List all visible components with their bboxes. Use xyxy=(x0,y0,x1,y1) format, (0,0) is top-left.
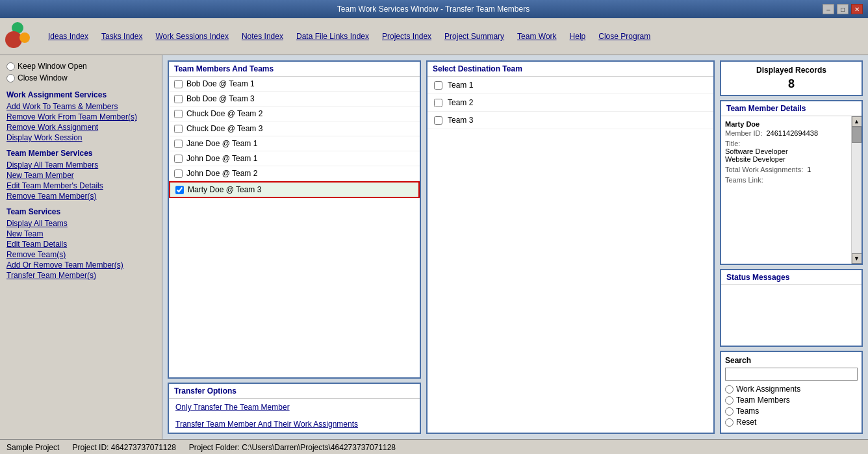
close-button[interactable]: ✕ xyxy=(851,4,863,14)
details-total-work-row: Total Work Assignments: 1 xyxy=(725,166,839,173)
sidebar-add-remove-team-members[interactable]: Add Or Remove Team Member(s) xyxy=(6,260,155,270)
sidebar-display-all-teams[interactable]: Display All Teams xyxy=(6,219,155,228)
member-checkbox[interactable] xyxy=(174,140,183,148)
member-checkbox[interactable] xyxy=(175,186,184,194)
app-logo xyxy=(5,21,36,52)
team-members-panel: Team Members And Teams Bob Doe @ Team 1 … xyxy=(168,60,421,434)
details-teams-link-row: Teams Link: xyxy=(725,176,839,184)
member-row-selected[interactable]: Marty Doe @ Team 3 xyxy=(169,181,420,198)
sidebar-add-work[interactable]: Add Work To Teams & Members xyxy=(6,102,155,111)
details-name: Marty Doe xyxy=(725,120,839,128)
search-teams-radio[interactable]: Teams xyxy=(725,407,858,416)
member-checkbox[interactable] xyxy=(174,170,183,178)
menu-project-summary[interactable]: Project Summary xyxy=(438,29,511,44)
menu-data-file-links-index[interactable]: Data File Links Index xyxy=(290,29,376,44)
status-messages-title: Status Messages xyxy=(721,270,862,285)
team-members-box: Team Members And Teams Bob Doe @ Team 1 … xyxy=(168,60,421,379)
status-project-name: Sample Project xyxy=(6,443,59,452)
member-label: Chuck Doe @ Team 2 xyxy=(186,109,262,118)
details-title-value-2: Website Developer xyxy=(725,155,785,163)
member-row[interactable]: Chuck Doe @ Team 3 xyxy=(169,121,420,136)
window-behavior-group: Keep Window Open Close Window xyxy=(6,62,155,82)
menu-help[interactable]: Help xyxy=(563,29,593,44)
menu-notes-index[interactable]: Notes Index xyxy=(235,29,290,44)
keep-window-open-radio[interactable]: Keep Window Open xyxy=(6,62,155,71)
menu-team-work[interactable]: Team Work xyxy=(511,29,563,44)
member-label: Chuck Doe @ Team 3 xyxy=(186,124,262,133)
sidebar-edit-team-details[interactable]: Edit Team Details xyxy=(6,240,155,249)
status-project-folder: Project Folder: C:\Users\Darren\Projects… xyxy=(189,443,396,452)
member-checkbox[interactable] xyxy=(174,80,183,88)
close-window-radio[interactable]: Close Window xyxy=(6,73,155,82)
scroll-up-button[interactable]: ▲ xyxy=(852,116,862,127)
menu-close-program[interactable]: Close Program xyxy=(592,29,657,44)
menu-ideas-index[interactable]: Ideas Index xyxy=(42,29,95,44)
content-panels: Team Members And Teams Bob Doe @ Team 1 … xyxy=(168,60,863,434)
minimize-button[interactable]: – xyxy=(823,4,834,14)
scroll-thumb[interactable] xyxy=(852,127,862,143)
search-input[interactable] xyxy=(725,368,858,381)
member-label: Bob Doe @ Team 1 xyxy=(186,79,255,88)
member-row[interactable]: Bob Doe @ Team 1 xyxy=(169,77,420,92)
details-member-id-value: 2461142694438 xyxy=(766,129,818,137)
status-messages-box: Status Messages xyxy=(720,269,863,347)
member-label: Jane Doe @ Team 1 xyxy=(186,139,257,148)
details-scrollbar[interactable]: ▲ ▼ xyxy=(851,116,862,264)
sidebar-remove-work-from-member[interactable]: Remove Work From Team Member(s) xyxy=(6,112,155,121)
member-row[interactable]: John Doe @ Team 1 xyxy=(169,151,420,166)
search-team-members-radio[interactable]: Team Members xyxy=(725,396,858,405)
team-label: Team 3 xyxy=(448,116,473,125)
sidebar-transfer-team-members[interactable]: Transfer Team Member(s) xyxy=(6,271,155,280)
member-checkbox[interactable] xyxy=(174,95,183,103)
member-label: John Doe @ Team 2 xyxy=(186,169,257,178)
details-title-label: Title: xyxy=(725,140,740,147)
member-checkbox[interactable] xyxy=(174,110,183,118)
sidebar-edit-team-member-details[interactable]: Edit Team Member's Details xyxy=(6,181,155,190)
team-member-details-title: Team Member Details xyxy=(721,101,862,116)
sidebar-remove-teams[interactable]: Remove Team(s) xyxy=(6,250,155,259)
destination-panel: Select Destination Team Team 1 Team 2 Te… xyxy=(426,60,715,434)
team-checkbox[interactable] xyxy=(434,99,442,107)
search-reset-radio[interactable]: Reset xyxy=(725,418,858,427)
destination-panel-title: Select Destination Team xyxy=(428,62,713,77)
sidebar-display-all-team-members[interactable]: Display All Team Members xyxy=(6,160,155,170)
team-checkbox[interactable] xyxy=(434,81,442,90)
team-members-list: Bob Doe @ Team 1 Bob Doe @ Team 3 Chuck … xyxy=(169,77,420,198)
transfer-only-member-link[interactable]: Only Transfer The Team Member xyxy=(169,399,420,416)
right-panel: Displayed Records 8 Team Member Details … xyxy=(720,60,863,434)
member-row[interactable]: John Doe @ Team 2 xyxy=(169,166,420,181)
details-member-id-label: Member ID: xyxy=(725,129,762,137)
sidebar-remove-work-assignment[interactable]: Remove Work Assignment xyxy=(6,123,155,132)
team-row[interactable]: Team 2 xyxy=(428,94,713,112)
transfer-with-assignments-link[interactable]: Transfer Team Member And Their Work Assi… xyxy=(169,416,420,433)
scroll-down-button[interactable]: ▼ xyxy=(852,253,862,264)
member-row[interactable]: Jane Doe @ Team 1 xyxy=(169,136,420,151)
team-members-panel-title: Team Members And Teams xyxy=(169,62,420,77)
team-row[interactable]: Team 1 xyxy=(428,77,713,94)
sidebar-new-team[interactable]: New Team xyxy=(6,229,155,238)
menu-projects-index[interactable]: Projects Index xyxy=(376,29,438,44)
team-checkbox[interactable] xyxy=(434,116,442,125)
menu-work-sessions-index[interactable]: Work Sessions Index xyxy=(149,29,235,44)
status-project-id: Project ID: 464273737071128 xyxy=(72,443,175,452)
member-row[interactable]: Chuck Doe @ Team 2 xyxy=(169,107,420,121)
details-total-work-value: 1 xyxy=(807,166,811,173)
menu-bar: Ideas Index Tasks Index Work Sessions In… xyxy=(0,18,868,55)
team-row[interactable]: Team 3 xyxy=(428,112,713,129)
sidebar-display-work-session[interactable]: Display Work Session xyxy=(6,133,155,142)
member-row[interactable]: Bob Doe @ Team 3 xyxy=(169,92,420,107)
logo-yellow-circle xyxy=(19,32,30,43)
team-services-title: Team Services xyxy=(6,207,155,216)
details-teams-link-label: Teams Link: xyxy=(725,176,763,184)
main-layout: Keep Window Open Close Window Work Assig… xyxy=(0,55,868,439)
maximize-button[interactable]: □ xyxy=(837,4,849,14)
sidebar-remove-team-members[interactable]: Remove Team Member(s) xyxy=(6,192,155,201)
member-checkbox[interactable] xyxy=(174,125,183,133)
member-checkbox[interactable] xyxy=(174,155,183,163)
menu-tasks-index[interactable]: Tasks Index xyxy=(95,29,149,44)
sidebar: Keep Window Open Close Window Work Assig… xyxy=(0,55,162,439)
member-label: John Doe @ Team 1 xyxy=(186,154,257,163)
sidebar-new-team-member[interactable]: New Team Member xyxy=(6,171,155,180)
details-content: Marty Doe Member ID: 2461142694438 Title… xyxy=(721,116,851,264)
search-work-assignments-radio[interactable]: Work Assignments xyxy=(725,385,858,394)
